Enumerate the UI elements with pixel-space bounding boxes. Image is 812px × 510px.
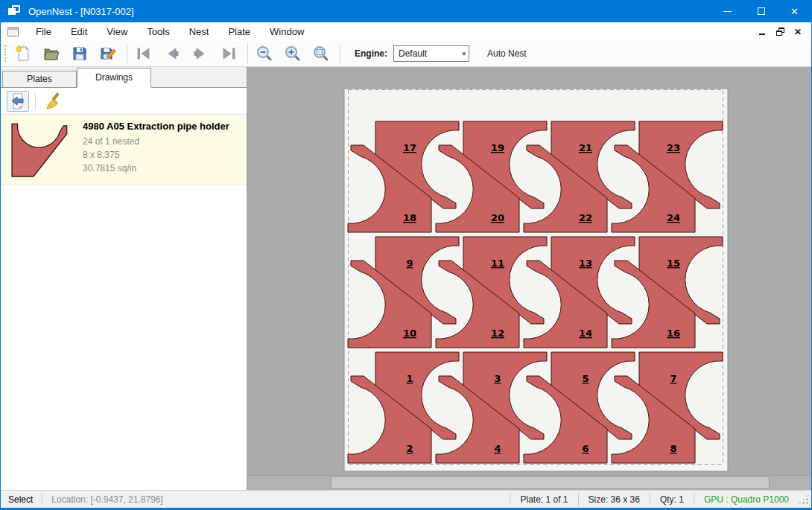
mdi-minimize-button[interactable] xyxy=(756,26,768,37)
maximize-icon xyxy=(758,7,765,15)
chevron-down-icon: ▾ xyxy=(462,50,469,57)
part-number-label: 23 xyxy=(667,142,680,153)
zoom-out-button[interactable] xyxy=(253,43,276,64)
mdi-close-button[interactable]: ✕ xyxy=(792,26,804,37)
drawing-nested-count: 24 of 1 nested xyxy=(83,135,229,148)
tab-bar: Plates Drawings xyxy=(1,67,247,88)
zoom-out-icon xyxy=(256,45,273,63)
toolbar-grip[interactable] xyxy=(4,45,7,63)
menubar: File Edit View Tools Nest Plate Window ✕ xyxy=(1,22,811,41)
part-number-label: 1 xyxy=(406,373,413,384)
part-number-label: 19 xyxy=(491,142,504,153)
part-number-label: 6 xyxy=(582,443,589,454)
save-as-button[interactable] xyxy=(97,43,119,64)
part-number-label: 9 xyxy=(406,258,413,269)
toolbar-separator xyxy=(340,44,340,63)
zoom-in-button[interactable] xyxy=(282,43,304,64)
menu-nest[interactable]: Nest xyxy=(180,23,219,40)
part-number-label: 11 xyxy=(491,258,504,269)
part-number-label: 21 xyxy=(579,142,592,153)
document-left-arrow-icon xyxy=(10,93,26,109)
part-number-label: 15 xyxy=(667,258,680,269)
minimize-button[interactable] xyxy=(711,0,744,22)
status-qty: Qty: 1 xyxy=(650,494,694,505)
save-icon xyxy=(71,45,89,63)
part-number-label: 8 xyxy=(670,443,676,454)
resize-grip[interactable] xyxy=(799,494,809,505)
tab-drawings[interactable]: Drawings xyxy=(77,68,151,88)
part-number-label: 18 xyxy=(403,212,416,223)
scrollbar-thumb[interactable] xyxy=(331,476,770,489)
part-number-label: 17 xyxy=(403,142,416,153)
part-number-label: 24 xyxy=(667,212,680,223)
part-number-label: 4 xyxy=(494,443,501,454)
engine-select[interactable]: Default ▾ xyxy=(393,45,469,62)
engine-label: Engine: xyxy=(355,48,387,59)
menu-window[interactable]: Window xyxy=(260,23,314,40)
part-number-label: 14 xyxy=(579,328,592,339)
part-thumbnail xyxy=(8,119,72,179)
canvas-horizontal-scrollbar[interactable] xyxy=(247,475,811,490)
send-to-plate-button[interactable] xyxy=(7,91,29,112)
menu-tools[interactable]: Tools xyxy=(137,23,179,40)
minimize-icon xyxy=(723,11,732,12)
close-button[interactable]: ✕ xyxy=(778,0,811,22)
toolbar-separator xyxy=(127,44,127,63)
previous-plate-button[interactable] xyxy=(161,43,183,64)
zoom-fit-button[interactable] xyxy=(310,43,332,64)
statusbar: Select Location: [-0.9437, 21.8796] Plat… xyxy=(1,490,811,510)
part-number-label: 20 xyxy=(491,212,504,223)
titlebar: OpenNest - [N0317-002] ✕ xyxy=(1,0,811,22)
window-title: OpenNest - [N0317-002] xyxy=(28,6,134,17)
part-number-label: 12 xyxy=(491,328,504,339)
toolbar-separator xyxy=(35,93,36,109)
mdi-restore-button[interactable] xyxy=(774,26,786,37)
drawings-toolbar xyxy=(1,88,247,115)
menu-edit[interactable]: Edit xyxy=(61,23,97,40)
clear-button[interactable] xyxy=(42,91,64,112)
app-window: OpenNest - [N0317-002] ✕ File Edit View … xyxy=(0,0,812,510)
part-number-label: 3 xyxy=(494,373,501,384)
part-number-label: 22 xyxy=(579,212,592,223)
previous-arrow-icon xyxy=(163,45,181,63)
broom-icon xyxy=(44,92,62,110)
mdi-restore-icon xyxy=(776,28,784,36)
toolbar: Engine: Default ▾ Auto Nest xyxy=(1,41,811,67)
nest-canvas[interactable]: 171819202122232491011121314151612345678 xyxy=(247,67,811,490)
part-number-label: 13 xyxy=(579,258,592,269)
left-panel: Plates Drawings xyxy=(1,67,247,490)
last-arrow-icon xyxy=(220,45,238,63)
open-button[interactable] xyxy=(40,43,63,64)
mdi-minimize-icon xyxy=(759,34,765,35)
new-document-icon xyxy=(14,45,32,63)
next-plate-button[interactable] xyxy=(189,43,212,64)
first-plate-button[interactable] xyxy=(133,43,155,64)
drawing-list-item[interactable]: 4980 A05 Extraction pipe holder 24 of 1 … xyxy=(1,115,247,185)
part-number-label: 10 xyxy=(403,328,416,339)
save-button[interactable] xyxy=(69,43,91,64)
status-plate: Plate: 1 of 1 xyxy=(510,494,577,505)
auto-nest-button[interactable]: Auto Nest xyxy=(483,45,531,62)
engine-value: Default xyxy=(399,48,462,59)
part-number-label: 16 xyxy=(667,328,680,339)
maximize-button[interactable] xyxy=(744,0,778,22)
mdi-document-icon[interactable] xyxy=(7,27,19,36)
app-icon xyxy=(8,5,22,17)
status-mode: Select xyxy=(1,494,42,505)
drawing-dimensions: 8 x 8.375 xyxy=(83,148,229,162)
menu-file[interactable]: File xyxy=(26,23,61,40)
new-button[interactable] xyxy=(12,43,34,64)
menu-view[interactable]: View xyxy=(97,23,137,40)
menu-plate[interactable]: Plate xyxy=(218,23,260,40)
tab-plates[interactable]: Plates xyxy=(2,71,77,87)
status-gpu: GPU : Quadro P1000 xyxy=(694,494,799,505)
last-plate-button[interactable] xyxy=(218,43,240,64)
drawing-title: 4980 A05 Extraction pipe holder xyxy=(83,121,229,132)
zoom-fit-icon xyxy=(312,45,330,63)
save-as-icon xyxy=(99,45,117,63)
drawing-area: 30.7815 sq/in xyxy=(83,162,229,175)
status-size: Size: 36 x 36 xyxy=(579,494,650,505)
part-number-label: 7 xyxy=(670,373,676,384)
zoom-in-icon xyxy=(284,45,302,63)
first-arrow-icon xyxy=(135,45,153,63)
